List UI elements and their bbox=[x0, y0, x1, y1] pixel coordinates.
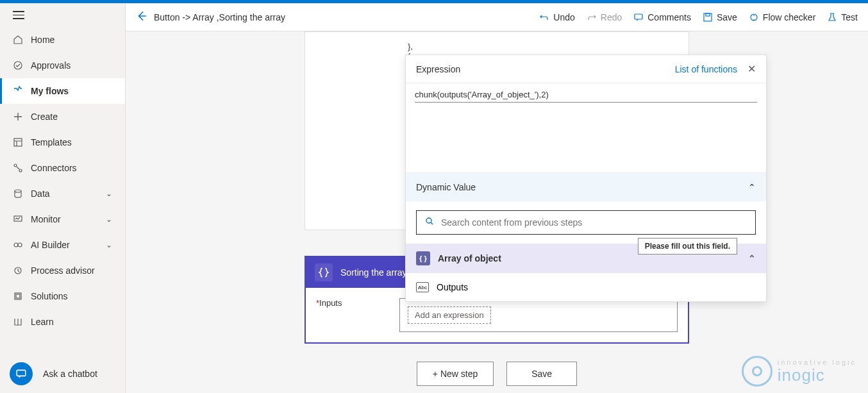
save-icon bbox=[703, 12, 713, 22]
expression-panel: Expression List of functions ✕ chunk(out… bbox=[405, 54, 767, 302]
svg-point-4 bbox=[15, 190, 21, 192]
process-icon bbox=[13, 265, 23, 276]
undo-icon bbox=[539, 12, 549, 22]
abc-icon: Abc bbox=[416, 282, 429, 292]
svg-point-3 bbox=[19, 169, 22, 172]
sidebar-item-label: Templates bbox=[31, 137, 72, 147]
approvals-icon bbox=[13, 60, 23, 71]
svg-point-0 bbox=[14, 62, 22, 69]
expression-title: Expression bbox=[416, 64, 460, 74]
svg-point-6 bbox=[14, 243, 18, 247]
step-title: Sorting the array bbox=[340, 267, 407, 278]
ask-chatbot-button[interactable]: Ask a chatbot bbox=[10, 362, 97, 385]
test-button[interactable]: Test bbox=[827, 12, 858, 22]
search-input[interactable] bbox=[416, 210, 756, 235]
back-arrow[interactable] bbox=[136, 10, 154, 24]
sidebar-item-label: Monitor bbox=[31, 214, 61, 224]
svg-rect-14 bbox=[706, 13, 710, 16]
svg-rect-11 bbox=[17, 370, 26, 376]
header-bar: Button -> Array ,Sorting the array Undo … bbox=[126, 3, 868, 31]
hamburger-menu[interactable] bbox=[0, 3, 125, 27]
chatbot-icon bbox=[10, 362, 33, 385]
sidebar-item-label: Learn bbox=[31, 317, 54, 327]
outputs-item[interactable]: Abc Outputs bbox=[406, 273, 766, 301]
sidebar-item-solutions[interactable]: Solutions bbox=[0, 283, 125, 309]
sidebar-item-label: My flows bbox=[31, 86, 69, 96]
data-icon bbox=[13, 188, 23, 199]
svg-point-16 bbox=[426, 218, 431, 223]
sidebar-item-learn[interactable]: Learn bbox=[0, 309, 125, 335]
svg-rect-13 bbox=[704, 13, 712, 21]
comments-button[interactable]: Comments bbox=[633, 12, 691, 22]
flow-checker-button[interactable]: Flow checker bbox=[749, 12, 815, 22]
monitor-icon bbox=[13, 214, 23, 224]
sidebar-item-label: Approvals bbox=[31, 60, 71, 71]
sidebar-item-templates[interactable]: Templates bbox=[0, 130, 125, 155]
learn-icon bbox=[13, 317, 23, 327]
watermark: innovative logic inogic bbox=[742, 356, 856, 387]
comments-icon bbox=[633, 12, 644, 22]
new-step-button[interactable]: + New step bbox=[417, 362, 494, 386]
sidebar-item-data[interactable]: Data ⌄ bbox=[0, 181, 125, 206]
plus-icon bbox=[13, 112, 23, 122]
sidebar-item-create[interactable]: Create bbox=[0, 104, 125, 130]
test-icon bbox=[827, 12, 837, 22]
svg-rect-1 bbox=[14, 138, 22, 146]
inputs-label: *Inputs bbox=[316, 298, 399, 308]
redo-icon bbox=[587, 12, 597, 22]
sidebar-item-label: Home bbox=[31, 35, 54, 45]
flows-icon bbox=[13, 86, 23, 96]
expression-chip[interactable]: Add an expression bbox=[408, 306, 491, 324]
checker-icon bbox=[749, 12, 759, 22]
sidebar-item-approvals[interactable]: Approvals bbox=[0, 53, 125, 78]
hamburger-icon bbox=[13, 11, 24, 19]
sidebar-item-my-flows[interactable]: My flows bbox=[0, 78, 125, 104]
svg-rect-12 bbox=[635, 14, 642, 19]
canvas-save-button[interactable]: Save bbox=[506, 362, 577, 386]
sidebar-item-label: Solutions bbox=[31, 291, 68, 301]
svg-rect-10 bbox=[16, 294, 20, 298]
sidebar-item-monitor[interactable]: Monitor ⌄ bbox=[0, 206, 125, 232]
dynamic-value-header[interactable]: Dynamic Value ⌃ bbox=[406, 173, 766, 201]
ai-icon bbox=[13, 240, 23, 250]
chevron-down-icon: ⌄ bbox=[106, 240, 112, 249]
braces-icon: { } bbox=[416, 251, 430, 265]
list-functions-link[interactable]: List of functions bbox=[675, 64, 737, 74]
svg-point-2 bbox=[14, 164, 17, 167]
sidebar-item-label: Process advisor bbox=[31, 265, 95, 276]
home-icon bbox=[13, 35, 23, 45]
expression-input[interactable]: chunk(outputs('Array_of_object_'),2) bbox=[406, 83, 766, 173]
braces-icon bbox=[315, 263, 333, 281]
close-icon[interactable]: ✕ bbox=[747, 63, 756, 75]
sidebar-item-home[interactable]: Home bbox=[0, 27, 125, 53]
sidebar: Home Approvals My flows Create Templates… bbox=[0, 3, 126, 393]
undo-button[interactable]: Undo bbox=[539, 12, 574, 22]
sidebar-item-process-advisor[interactable]: Process advisor bbox=[0, 258, 125, 283]
array-of-object-section[interactable]: { } Array of object ⌃ Please fill out th… bbox=[406, 244, 766, 273]
svg-rect-5 bbox=[14, 216, 22, 221]
svg-point-7 bbox=[18, 243, 22, 247]
chevron-up-icon: ⌃ bbox=[748, 182, 756, 192]
sidebar-item-label: Connectors bbox=[31, 163, 77, 173]
sidebar-item-ai-builder[interactable]: AI Builder ⌄ bbox=[0, 232, 125, 258]
search-icon bbox=[424, 216, 435, 229]
solutions-icon bbox=[13, 291, 23, 301]
templates-icon bbox=[13, 137, 23, 147]
sidebar-item-label: Data bbox=[31, 188, 50, 199]
inputs-field[interactable]: Add an expression bbox=[399, 298, 678, 332]
ask-chatbot-label: Ask a chatbot bbox=[43, 369, 97, 379]
validation-tooltip: Please fill out this field. bbox=[638, 238, 737, 255]
save-button[interactable]: Save bbox=[703, 12, 737, 22]
chevron-down-icon: ⌄ bbox=[106, 215, 112, 224]
sidebar-item-label: AI Builder bbox=[31, 240, 70, 250]
chevron-up-icon: ⌃ bbox=[748, 253, 756, 263]
redo-button[interactable]: Redo bbox=[587, 12, 622, 22]
connectors-icon bbox=[13, 163, 23, 173]
sidebar-item-connectors[interactable]: Connectors bbox=[0, 155, 125, 181]
sidebar-item-label: Create bbox=[31, 112, 58, 122]
breadcrumb: Button -> Array ,Sorting the array bbox=[154, 12, 285, 22]
chevron-down-icon: ⌄ bbox=[106, 189, 112, 198]
